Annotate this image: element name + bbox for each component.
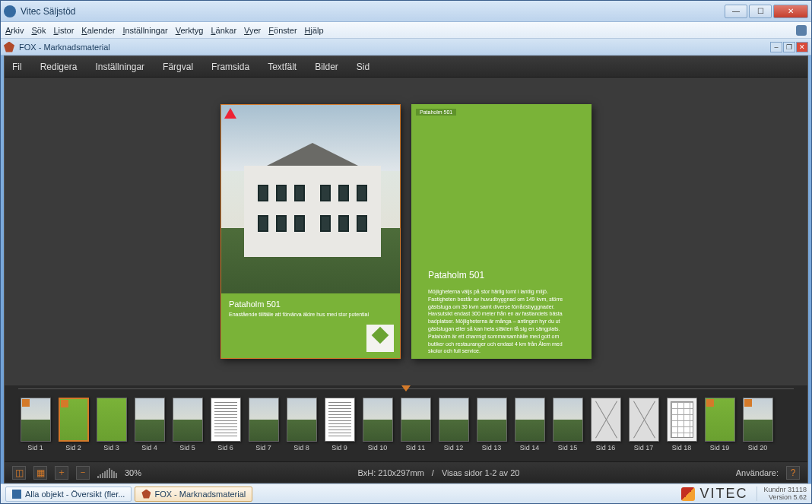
thumbnail-label: Sid 16 [596, 444, 616, 452]
thumbnail-label: Sid 4 [141, 444, 157, 452]
thumbnail-5[interactable]: Sid 5 [170, 398, 205, 452]
thumbnail-image[interactable] [287, 398, 317, 442]
zoom-slider[interactable] [97, 468, 117, 478]
thumbnail-image[interactable] [211, 398, 241, 442]
menu-verktyg[interactable]: Verktyg [176, 26, 204, 35]
page-dimensions: BxH: 210x297mm [357, 468, 423, 477]
menu-hjalp[interactable]: Hjälp [305, 26, 324, 35]
layout-tool-1[interactable]: ◫ [12, 466, 26, 480]
thumbnail-20[interactable]: Sid 20 [741, 398, 775, 452]
emenu-fil[interactable]: Fil [12, 62, 22, 72]
thumbnail-label: Sid 5 [179, 444, 195, 452]
thumbnail-9[interactable]: Sid 9 [322, 398, 357, 452]
thumbnail-image[interactable] [59, 398, 89, 442]
page-2-preview[interactable]: Pataholm 501 Pataholm 501 Möjligheterna … [411, 104, 592, 359]
emenu-installningar[interactable]: Inställningar [95, 62, 144, 72]
thumbnail-image[interactable] [325, 398, 355, 442]
menu-fonster[interactable]: Fönster [268, 26, 297, 35]
thumbnail-18[interactable]: Sid 18 [665, 398, 699, 452]
thumbnail-13[interactable]: Sid 13 [474, 398, 509, 452]
thumbnail-7[interactable]: Sid 7 [246, 398, 281, 452]
version-number: Version 5.62 [763, 494, 807, 502]
thumbnail-17[interactable]: Sid 17 [626, 398, 661, 452]
emenu-sid[interactable]: Sid [357, 62, 370, 72]
thumbnail-image[interactable] [21, 398, 51, 442]
titlebar[interactable]: Vitec Säljstöd — ☐ ✕ [1, 1, 811, 22]
thumbnail-image[interactable] [477, 398, 507, 442]
thumbnail-label: Sid 15 [558, 444, 578, 452]
subdoc-minimize-button[interactable]: – [770, 42, 782, 52]
thumbnail-strip[interactable]: Sid 1Sid 2Sid 3Sid 4Sid 5Sid 6Sid 7Sid 8… [5, 393, 807, 461]
badge-icon [706, 399, 714, 407]
thumbnail-image[interactable] [515, 398, 545, 442]
thumbnail-image[interactable] [135, 398, 165, 442]
minimize-button[interactable]: — [725, 5, 747, 18]
page-1-preview[interactable]: Pataholm 501 Enastående tillfälle att fö… [220, 104, 401, 359]
thumbnail-image[interactable] [553, 398, 583, 442]
thumbnail-19[interactable]: Sid 19 [703, 398, 737, 452]
thumbnail-16[interactable]: Sid 16 [588, 398, 623, 452]
visible-pages: Visas sidor 1-2 av 20 [442, 468, 520, 477]
thumbnail-6[interactable]: Sid 6 [208, 398, 243, 452]
subdoc-restore-button[interactable]: ❐ [783, 42, 795, 52]
close-button[interactable]: ✕ [773, 5, 808, 18]
thumbnail-8[interactable]: Sid 8 [284, 398, 319, 452]
fox-icon [141, 490, 151, 499]
thumbnail-11[interactable]: Sid 11 [398, 398, 433, 452]
badge-icon [22, 399, 30, 407]
thumbnail-image[interactable] [591, 398, 621, 442]
thumbnail-image[interactable] [667, 398, 697, 442]
zoom-out-button[interactable]: － [76, 466, 90, 480]
zoom-in-button[interactable]: ＋ [55, 466, 68, 480]
thumbnail-image[interactable] [439, 398, 469, 442]
page2-description: Möjligheterna väljs på stor härlig tomt … [428, 288, 565, 355]
menu-sok[interactable]: Sök [31, 26, 46, 35]
thumbnail-2[interactable]: Sid 2 [56, 398, 90, 452]
emenu-bilder[interactable]: Bilder [315, 62, 338, 72]
thumbnail-15[interactable]: Sid 15 [550, 398, 585, 452]
editor-app: Fil Redigera Inställningar Färgval Frams… [4, 55, 808, 483]
thumbnail-4[interactable]: Sid 4 [132, 398, 167, 452]
thumbnail-image[interactable] [629, 398, 659, 442]
page-preview-area[interactable]: Pataholm 501 Enastående tillfälle att fö… [5, 78, 807, 385]
help-button[interactable]: ? [786, 466, 800, 480]
outer-menubar: Arkiv Sök Listor Kalender Inställningar … [1, 22, 811, 39]
emenu-redigera[interactable]: Redigera [40, 62, 78, 72]
gear-icon[interactable] [796, 25, 807, 36]
thumbnail-label: Sid 13 [482, 444, 502, 452]
thumbnail-image[interactable] [363, 398, 393, 442]
taskbar-tab-fox[interactable]: FOX - Marknadsmaterial [135, 487, 252, 502]
subdoc-close-button[interactable]: ✕ [796, 42, 808, 52]
page2-title: Pataholm 501 [428, 270, 575, 281]
badge-icon [61, 400, 68, 407]
taskbar-tab-overview[interactable]: Alla objekt - Översikt (fler... [5, 487, 132, 502]
thumbnail-12[interactable]: Sid 12 [436, 398, 471, 452]
menu-lankar[interactable]: Länkar [211, 26, 236, 35]
cover-subtitle: Enastående tillfälle att förvärva äldre … [229, 312, 392, 318]
maximize-button[interactable]: ☐ [749, 5, 772, 18]
subdoc-title: FOX - Marknadsmaterial [19, 43, 110, 52]
thumbnail-10[interactable]: Sid 10 [360, 398, 395, 452]
thumbnail-image[interactable] [249, 398, 279, 442]
menu-installningar[interactable]: Inställningar [122, 26, 167, 35]
layout-tool-2[interactable]: ▦ [33, 466, 47, 480]
thumbnail-14[interactable]: Sid 14 [512, 398, 547, 452]
thumbnail-image[interactable] [97, 398, 127, 442]
thumbnail-image[interactable] [173, 398, 203, 442]
thumbnail-label: Sid 2 [65, 444, 81, 452]
taskbar: Alla objekt - Översikt (fler... FOX - Ma… [1, 483, 811, 503]
thumbnail-image[interactable] [743, 398, 773, 442]
thumbnail-label: Sid 7 [255, 444, 271, 452]
thumbnail-1[interactable]: Sid 1 [18, 398, 52, 452]
menu-arkiv[interactable]: Arkiv [5, 26, 24, 35]
emenu-textfalt[interactable]: Textfält [268, 62, 297, 72]
menu-kalender[interactable]: Kalender [81, 26, 115, 35]
thumbnail-3[interactable]: Sid 3 [94, 398, 128, 452]
menu-vyer[interactable]: Vyer [244, 26, 261, 35]
thumbnail-image[interactable] [401, 398, 431, 442]
thumbnail-image[interactable] [705, 398, 735, 442]
emenu-fargval[interactable]: Färgval [163, 62, 193, 72]
thumbnail-label: Sid 11 [406, 444, 426, 452]
menu-listor[interactable]: Listor [53, 26, 74, 35]
emenu-framsida[interactable]: Framsida [211, 62, 249, 72]
